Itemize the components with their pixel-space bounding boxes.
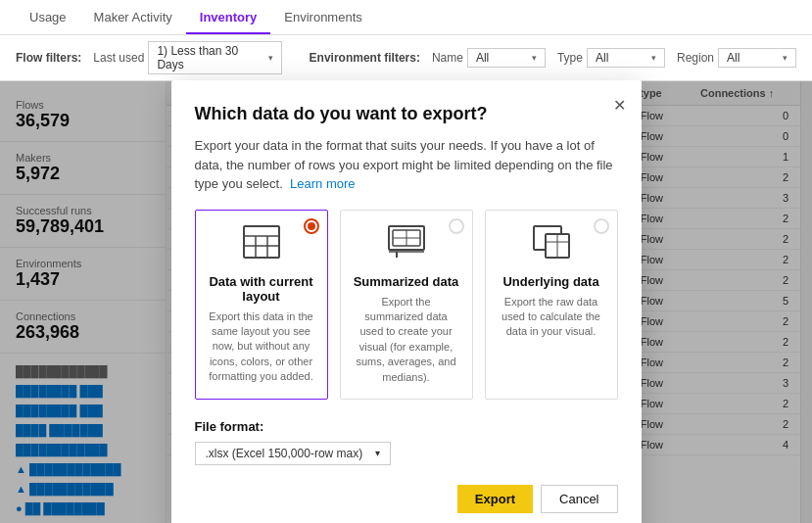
current-layout-desc: Export this data in the same layout you … xyxy=(208,309,315,385)
type-dropdown[interactable]: All ▾ xyxy=(587,48,665,68)
name-filter: Name All ▾ xyxy=(432,48,546,68)
export-option-summarized[interactable]: Summarized data Export the summarized da… xyxy=(340,210,473,400)
underlying-title: Underlying data xyxy=(498,274,605,289)
summarized-icon xyxy=(353,224,460,266)
summarized-title: Summarized data xyxy=(353,274,460,289)
name-chevron-icon: ▾ xyxy=(532,53,537,63)
underlying-icon xyxy=(498,224,605,266)
file-format-select[interactable]: .xlsx (Excel 150,000-row max) ▾ xyxy=(195,442,391,465)
tab-usage[interactable]: Usage xyxy=(16,2,80,34)
name-filter-label: Name xyxy=(432,51,463,65)
file-format-label: File format: xyxy=(195,419,618,434)
export-button[interactable]: Export xyxy=(457,485,533,513)
radio-summarized xyxy=(449,218,464,234)
modal-close-button[interactable]: ✕ xyxy=(613,96,626,115)
last-used-filter: Last used 1) Less than 30 Days ▾ xyxy=(93,41,281,74)
radio-underlying xyxy=(594,218,609,234)
region-dropdown[interactable]: All ▾ xyxy=(718,48,796,68)
modal-overlay: ✕ Which data do you want to export? Expo… xyxy=(0,81,812,523)
region-chevron-icon: ▾ xyxy=(783,53,788,63)
learn-more-link[interactable]: Learn more xyxy=(290,176,355,191)
current-layout-title: Data with current layout xyxy=(208,274,315,304)
flow-filter-label: Flow filters: xyxy=(16,51,81,65)
cancel-button[interactable]: Cancel xyxy=(541,485,617,513)
export-options: Data with current layout Export this dat… xyxy=(195,210,618,400)
export-option-underlying[interactable]: Underlying data Export the raw data used… xyxy=(485,210,618,400)
filter-row: Flow filters: Last used 1) Less than 30 … xyxy=(0,35,812,81)
type-chevron-icon: ▾ xyxy=(651,53,656,63)
current-layout-icon xyxy=(208,224,315,266)
type-filter: Type All ▾ xyxy=(557,48,665,68)
top-navigation: Usage Maker Activity Inventory Environme… xyxy=(0,0,812,35)
env-filter-label: Environment filters: xyxy=(310,51,420,65)
last-used-dropdown[interactable]: 1) Less than 30 Days ▾ xyxy=(148,41,281,74)
file-format-chevron-icon: ▾ xyxy=(375,448,380,458)
svg-rect-0 xyxy=(244,226,279,258)
file-format-value: .xlsx (Excel 150,000-row max) xyxy=(206,447,363,460)
underlying-desc: Export the raw data used to calculate th… xyxy=(498,295,605,340)
modal-footer: Export Cancel xyxy=(195,485,618,513)
export-option-current-layout[interactable]: Data with current layout Export this dat… xyxy=(195,210,328,400)
last-used-chevron-icon: ▾ xyxy=(268,53,273,63)
tab-maker-activity[interactable]: Maker Activity xyxy=(80,2,186,34)
modal-title: Which data do you want to export? xyxy=(195,104,618,124)
modal-description: Export your data in the format that suit… xyxy=(195,136,618,194)
last-used-label: Last used xyxy=(93,51,144,65)
region-filter-label: Region xyxy=(677,51,714,65)
summarized-desc: Export the summarized data used to creat… xyxy=(353,295,460,385)
type-filter-label: Type xyxy=(557,51,583,65)
tab-inventory[interactable]: Inventory xyxy=(186,2,271,34)
tab-environments[interactable]: Environments xyxy=(270,2,375,34)
main-area: Flows 36,579 Makers 5,972 Successful run… xyxy=(0,81,812,523)
export-modal: ✕ Which data do you want to export? Expo… xyxy=(171,80,642,523)
region-filter: Region All ▾ xyxy=(677,48,796,68)
name-dropdown[interactable]: All ▾ xyxy=(467,48,546,68)
radio-current-layout xyxy=(304,218,319,234)
